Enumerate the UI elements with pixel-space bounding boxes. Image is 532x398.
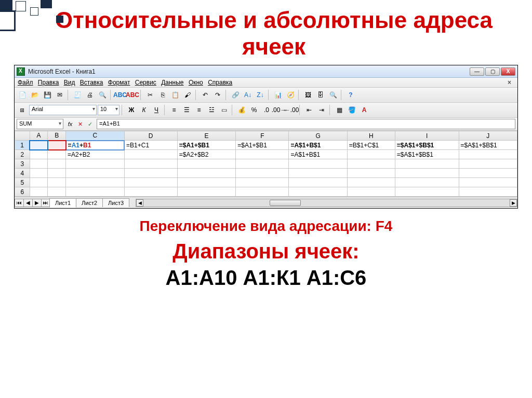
close-doc-button[interactable]: × bbox=[508, 79, 511, 86]
font-size-combo[interactable]: 10 bbox=[98, 105, 119, 115]
align-left-icon[interactable]: ≡ bbox=[168, 104, 180, 116]
new-doc-icon[interactable]: 📄 bbox=[17, 89, 28, 101]
sort-desc-icon[interactable]: Z↓ bbox=[255, 89, 266, 101]
row-header-4[interactable]: 4 bbox=[15, 169, 30, 178]
cell-E6[interactable] bbox=[177, 187, 235, 197]
cell-D6[interactable] bbox=[124, 187, 177, 197]
italic-button[interactable]: К bbox=[138, 104, 150, 116]
cell-A1[interactable] bbox=[30, 141, 48, 150]
menu-format[interactable]: Формат bbox=[108, 79, 130, 86]
cell-H5[interactable] bbox=[347, 178, 395, 187]
sheet-tab-3[interactable]: Лист3 bbox=[102, 198, 129, 207]
column-header-C[interactable]: C bbox=[66, 131, 124, 141]
menu-file[interactable]: Файл bbox=[18, 79, 33, 86]
cell-H6[interactable] bbox=[347, 187, 395, 197]
zoom-icon[interactable]: 🔍 bbox=[327, 89, 339, 101]
cell-E1[interactable]: =$A1+$B1 bbox=[177, 141, 235, 150]
cell-B6[interactable] bbox=[48, 187, 66, 197]
cell-F6[interactable] bbox=[236, 187, 289, 197]
cell-F5[interactable] bbox=[236, 178, 289, 187]
cell-H3[interactable] bbox=[347, 159, 395, 169]
cell-G1[interactable]: =A$1+B$1 bbox=[289, 141, 347, 150]
column-header-D[interactable]: D bbox=[124, 131, 177, 141]
fill-color-icon[interactable]: 🪣 bbox=[346, 104, 357, 116]
row-header-6[interactable]: 6 bbox=[15, 187, 30, 197]
cell-E2[interactable]: =$A2+$B2 bbox=[177, 150, 235, 159]
cell-D3[interactable] bbox=[124, 159, 177, 169]
menu-edit[interactable]: Правка bbox=[38, 79, 59, 86]
cell-I6[interactable] bbox=[395, 187, 459, 197]
autocheck-icon[interactable]: ABC bbox=[127, 89, 138, 101]
cell-G6[interactable] bbox=[289, 187, 347, 197]
row-header-2[interactable]: 2 bbox=[15, 150, 30, 159]
cell-E3[interactable] bbox=[177, 159, 235, 169]
styles-icon[interactable]: 🗉 bbox=[17, 104, 28, 116]
cut-icon[interactable]: ✂ bbox=[144, 89, 156, 101]
copy-icon[interactable]: ⎘ bbox=[157, 89, 168, 101]
cell-C2[interactable]: =A2+B2 bbox=[66, 150, 124, 159]
column-header-B[interactable]: B bbox=[48, 131, 66, 141]
cell-C3[interactable] bbox=[66, 159, 124, 169]
cancel-formula-icon[interactable]: ✕ bbox=[75, 119, 85, 129]
select-all-corner[interactable] bbox=[15, 131, 30, 141]
menu-help[interactable]: Справка bbox=[208, 79, 232, 86]
scroll-left-icon[interactable]: ◀ bbox=[136, 199, 143, 207]
cell-F3[interactable] bbox=[236, 159, 289, 169]
cell-F2[interactable] bbox=[236, 150, 289, 159]
row-header-1[interactable]: 1 bbox=[15, 141, 30, 150]
column-header-H[interactable]: H bbox=[347, 131, 395, 141]
minimize-button[interactable]: — bbox=[470, 67, 484, 76]
paste-icon[interactable]: 📋 bbox=[169, 89, 181, 101]
cell-G4[interactable] bbox=[289, 169, 347, 178]
open-icon[interactable]: 📂 bbox=[29, 89, 41, 101]
cell-E5[interactable] bbox=[177, 178, 235, 187]
cell-F4[interactable] bbox=[236, 169, 289, 178]
column-header-J[interactable]: J bbox=[459, 131, 517, 141]
cell-D5[interactable] bbox=[124, 178, 177, 187]
cell-F1[interactable]: =$A1+$B1 bbox=[236, 141, 289, 150]
cell-A2[interactable] bbox=[30, 150, 48, 159]
gallery-icon[interactable]: 🖼 bbox=[302, 89, 314, 101]
cell-A4[interactable] bbox=[30, 169, 48, 178]
underline-button[interactable]: Ч bbox=[151, 104, 162, 116]
sheet-tab-2[interactable]: Лист2 bbox=[76, 198, 103, 207]
cell-G2[interactable]: =A$1+B$1 bbox=[289, 150, 347, 159]
hyperlink-icon[interactable]: 🔗 bbox=[230, 89, 241, 101]
help-icon[interactable]: ? bbox=[345, 89, 356, 101]
column-header-G[interactable]: G bbox=[289, 131, 347, 141]
menu-tools[interactable]: Сервис bbox=[135, 79, 156, 86]
maximize-button[interactable]: ▢ bbox=[485, 67, 500, 76]
scroll-thumb[interactable] bbox=[270, 200, 301, 206]
number-format-icon[interactable]: .0 bbox=[261, 104, 272, 116]
column-header-I[interactable]: I bbox=[395, 131, 459, 141]
spellcheck-icon[interactable]: ABC bbox=[114, 89, 126, 101]
cell-I4[interactable] bbox=[395, 169, 459, 178]
cell-I1[interactable]: =$A$1+$B$1 bbox=[395, 141, 459, 150]
cell-C4[interactable] bbox=[66, 169, 124, 178]
cell-C6[interactable] bbox=[66, 187, 124, 197]
cell-D1[interactable]: =B1+C1 bbox=[124, 141, 177, 150]
cell-B2[interactable] bbox=[48, 150, 66, 159]
scroll-right-icon[interactable]: ▶ bbox=[510, 199, 517, 207]
bold-button[interactable]: Ж bbox=[126, 104, 137, 116]
cell-J2[interactable] bbox=[459, 150, 517, 159]
sheet-nav-next[interactable]: ▶ bbox=[32, 199, 42, 207]
print-preview-icon[interactable]: 🔍 bbox=[97, 89, 108, 101]
cell-J6[interactable] bbox=[459, 187, 517, 197]
cell-E4[interactable] bbox=[177, 169, 235, 178]
cell-A3[interactable] bbox=[30, 159, 48, 169]
column-header-A[interactable]: A bbox=[30, 131, 48, 141]
undo-icon[interactable]: ↶ bbox=[200, 89, 211, 101]
row-header-3[interactable]: 3 bbox=[15, 159, 30, 169]
cell-D2[interactable] bbox=[124, 150, 177, 159]
merge-cells-icon[interactable]: ▭ bbox=[218, 104, 230, 116]
cell-B3[interactable] bbox=[48, 159, 66, 169]
font-combo[interactable]: Arial bbox=[29, 105, 97, 115]
cell-J3[interactable] bbox=[459, 159, 517, 169]
datasource-icon[interactable]: 🗄 bbox=[315, 89, 326, 101]
row-header-5[interactable]: 5 bbox=[15, 178, 30, 187]
spreadsheet-grid[interactable]: ABCDEFGHIJ1=A1+B1=B1+C1=$A1+$B1=$A1+$B1=… bbox=[15, 131, 517, 197]
borders-icon[interactable]: ▦ bbox=[334, 104, 345, 116]
menu-window[interactable]: Окно bbox=[189, 79, 203, 86]
cell-A5[interactable] bbox=[30, 178, 48, 187]
